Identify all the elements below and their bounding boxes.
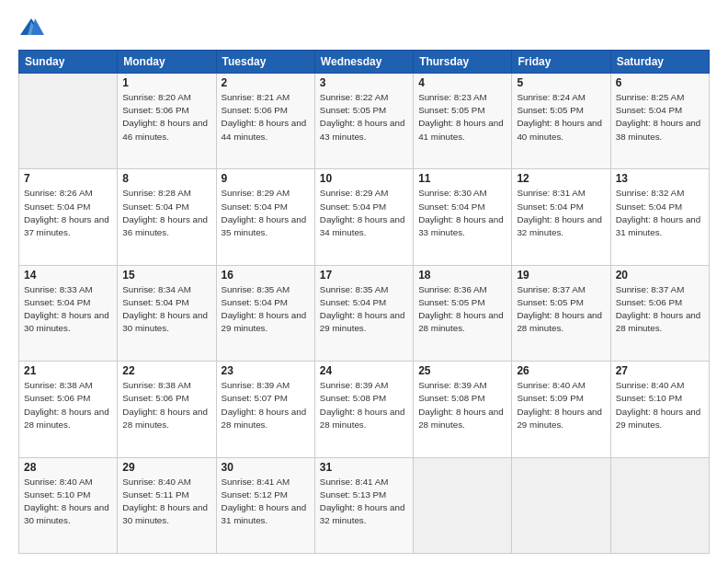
day-info: Sunrise: 8:35 AM Sunset: 5:04 PM Dayligh… bbox=[222, 283, 310, 336]
day-cell: 6Sunrise: 8:25 AM Sunset: 5:04 PM Daylig… bbox=[610, 74, 709, 169]
week-row-2: 14Sunrise: 8:33 AM Sunset: 5:04 PM Dayli… bbox=[19, 265, 710, 361]
svg-marker-2 bbox=[31, 18, 44, 35]
day-number: 2 bbox=[222, 76, 310, 89]
day-cell bbox=[512, 457, 610, 553]
day-info: Sunrise: 8:38 AM Sunset: 5:06 PM Dayligh… bbox=[24, 379, 112, 431]
day-cell: 8Sunrise: 8:28 AM Sunset: 5:04 PM Daylig… bbox=[118, 169, 216, 265]
day-number: 6 bbox=[616, 76, 704, 89]
calendar-table: SundayMondayTuesdayWednesdayThursdayFrid… bbox=[18, 50, 710, 554]
day-number: 21 bbox=[24, 364, 112, 377]
day-number: 22 bbox=[122, 364, 210, 377]
day-cell: 28Sunrise: 8:40 AM Sunset: 5:10 PM Dayli… bbox=[19, 457, 118, 553]
day-info: Sunrise: 8:39 AM Sunset: 5:08 PM Dayligh… bbox=[320, 379, 408, 431]
header-day-thursday: Thursday bbox=[414, 51, 512, 74]
header bbox=[18, 15, 710, 40]
day-cell: 22Sunrise: 8:38 AM Sunset: 5:06 PM Dayli… bbox=[118, 362, 216, 457]
page: SundayMondayTuesdayWednesdayThursdayFrid… bbox=[0, 0, 728, 563]
day-cell bbox=[19, 74, 118, 169]
day-cell: 1Sunrise: 8:20 AM Sunset: 5:06 PM Daylig… bbox=[118, 74, 216, 169]
day-cell bbox=[610, 457, 709, 553]
day-number: 14 bbox=[24, 269, 112, 282]
day-cell: 11Sunrise: 8:30 AM Sunset: 5:04 PM Dayli… bbox=[414, 169, 512, 265]
day-number: 30 bbox=[222, 461, 310, 474]
day-number: 18 bbox=[418, 269, 506, 282]
day-number: 20 bbox=[616, 269, 704, 282]
day-info: Sunrise: 8:29 AM Sunset: 5:04 PM Dayligh… bbox=[320, 187, 408, 239]
day-number: 16 bbox=[222, 269, 310, 282]
day-info: Sunrise: 8:40 AM Sunset: 5:11 PM Dayligh… bbox=[122, 476, 210, 528]
day-cell: 25Sunrise: 8:39 AM Sunset: 5:08 PM Dayli… bbox=[414, 362, 512, 457]
day-number: 13 bbox=[616, 172, 704, 185]
day-info: Sunrise: 8:22 AM Sunset: 5:05 PM Dayligh… bbox=[320, 91, 408, 144]
day-cell: 12Sunrise: 8:31 AM Sunset: 5:04 PM Dayli… bbox=[512, 169, 610, 265]
logo-icon bbox=[18, 15, 44, 40]
day-number: 7 bbox=[24, 172, 112, 185]
week-row-1: 7Sunrise: 8:26 AM Sunset: 5:04 PM Daylig… bbox=[19, 169, 710, 265]
day-cell: 30Sunrise: 8:41 AM Sunset: 5:12 PM Dayli… bbox=[216, 457, 314, 553]
day-cell: 15Sunrise: 8:34 AM Sunset: 5:04 PM Dayli… bbox=[118, 265, 216, 361]
day-info: Sunrise: 8:38 AM Sunset: 5:06 PM Dayligh… bbox=[122, 379, 210, 431]
day-info: Sunrise: 8:25 AM Sunset: 5:04 PM Dayligh… bbox=[616, 91, 704, 144]
day-cell: 20Sunrise: 8:37 AM Sunset: 5:06 PM Dayli… bbox=[610, 265, 709, 361]
day-cell: 2Sunrise: 8:21 AM Sunset: 5:06 PM Daylig… bbox=[216, 74, 314, 169]
header-day-tuesday: Tuesday bbox=[216, 51, 314, 74]
day-number: 8 bbox=[122, 172, 210, 185]
header-day-friday: Friday bbox=[512, 51, 610, 74]
day-cell: 29Sunrise: 8:40 AM Sunset: 5:11 PM Dayli… bbox=[118, 457, 216, 553]
day-cell: 4Sunrise: 8:23 AM Sunset: 5:05 PM Daylig… bbox=[414, 74, 512, 169]
calendar-header: SundayMondayTuesdayWednesdayThursdayFrid… bbox=[19, 51, 710, 74]
day-info: Sunrise: 8:34 AM Sunset: 5:04 PM Dayligh… bbox=[122, 283, 210, 336]
day-cell: 9Sunrise: 8:29 AM Sunset: 5:04 PM Daylig… bbox=[216, 169, 314, 265]
day-cell: 24Sunrise: 8:39 AM Sunset: 5:08 PM Dayli… bbox=[314, 362, 413, 457]
day-info: Sunrise: 8:28 AM Sunset: 5:04 PM Dayligh… bbox=[122, 187, 210, 239]
day-cell: 18Sunrise: 8:36 AM Sunset: 5:05 PM Dayli… bbox=[414, 265, 512, 361]
day-number: 28 bbox=[24, 461, 112, 474]
day-number: 26 bbox=[517, 364, 605, 377]
calendar-body: 1Sunrise: 8:20 AM Sunset: 5:06 PM Daylig… bbox=[19, 74, 710, 554]
day-info: Sunrise: 8:37 AM Sunset: 5:06 PM Dayligh… bbox=[616, 283, 704, 336]
day-number: 10 bbox=[320, 172, 408, 185]
day-number: 11 bbox=[418, 172, 506, 185]
day-cell: 10Sunrise: 8:29 AM Sunset: 5:04 PM Dayli… bbox=[314, 169, 413, 265]
week-row-0: 1Sunrise: 8:20 AM Sunset: 5:06 PM Daylig… bbox=[19, 74, 710, 169]
day-cell: 14Sunrise: 8:33 AM Sunset: 5:04 PM Dayli… bbox=[19, 265, 118, 361]
day-cell: 16Sunrise: 8:35 AM Sunset: 5:04 PM Dayli… bbox=[216, 265, 314, 361]
day-info: Sunrise: 8:23 AM Sunset: 5:05 PM Dayligh… bbox=[418, 91, 506, 144]
day-info: Sunrise: 8:33 AM Sunset: 5:04 PM Dayligh… bbox=[24, 283, 112, 336]
day-info: Sunrise: 8:29 AM Sunset: 5:04 PM Dayligh… bbox=[222, 187, 310, 239]
day-number: 25 bbox=[418, 364, 506, 377]
day-info: Sunrise: 8:26 AM Sunset: 5:04 PM Dayligh… bbox=[24, 187, 112, 239]
day-info: Sunrise: 8:24 AM Sunset: 5:05 PM Dayligh… bbox=[517, 91, 605, 144]
day-number: 1 bbox=[122, 76, 210, 89]
day-info: Sunrise: 8:32 AM Sunset: 5:04 PM Dayligh… bbox=[616, 187, 704, 239]
day-cell: 26Sunrise: 8:40 AM Sunset: 5:09 PM Dayli… bbox=[512, 362, 610, 457]
day-info: Sunrise: 8:39 AM Sunset: 5:07 PM Dayligh… bbox=[222, 379, 310, 431]
day-number: 15 bbox=[122, 269, 210, 282]
day-number: 29 bbox=[122, 461, 210, 474]
day-number: 27 bbox=[616, 364, 704, 377]
day-info: Sunrise: 8:31 AM Sunset: 5:04 PM Dayligh… bbox=[517, 187, 605, 239]
logo bbox=[18, 15, 48, 40]
day-cell: 21Sunrise: 8:38 AM Sunset: 5:06 PM Dayli… bbox=[19, 362, 118, 457]
day-number: 12 bbox=[517, 172, 605, 185]
day-cell: 31Sunrise: 8:41 AM Sunset: 5:13 PM Dayli… bbox=[314, 457, 413, 553]
header-day-wednesday: Wednesday bbox=[314, 51, 413, 74]
day-info: Sunrise: 8:37 AM Sunset: 5:05 PM Dayligh… bbox=[517, 283, 605, 336]
day-cell: 7Sunrise: 8:26 AM Sunset: 5:04 PM Daylig… bbox=[19, 169, 118, 265]
day-info: Sunrise: 8:21 AM Sunset: 5:06 PM Dayligh… bbox=[222, 91, 310, 144]
day-cell: 27Sunrise: 8:40 AM Sunset: 5:10 PM Dayli… bbox=[610, 362, 709, 457]
day-cell: 17Sunrise: 8:35 AM Sunset: 5:04 PM Dayli… bbox=[314, 265, 413, 361]
day-number: 24 bbox=[320, 364, 408, 377]
day-info: Sunrise: 8:35 AM Sunset: 5:04 PM Dayligh… bbox=[320, 283, 408, 336]
day-cell: 13Sunrise: 8:32 AM Sunset: 5:04 PM Dayli… bbox=[610, 169, 709, 265]
day-cell: 5Sunrise: 8:24 AM Sunset: 5:05 PM Daylig… bbox=[512, 74, 610, 169]
day-info: Sunrise: 8:41 AM Sunset: 5:12 PM Dayligh… bbox=[222, 476, 310, 528]
day-info: Sunrise: 8:30 AM Sunset: 5:04 PM Dayligh… bbox=[418, 187, 506, 239]
day-number: 31 bbox=[320, 461, 408, 474]
day-info: Sunrise: 8:40 AM Sunset: 5:09 PM Dayligh… bbox=[517, 379, 605, 431]
day-number: 3 bbox=[320, 76, 408, 89]
day-number: 23 bbox=[222, 364, 310, 377]
header-row: SundayMondayTuesdayWednesdayThursdayFrid… bbox=[19, 51, 710, 74]
day-number: 17 bbox=[320, 269, 408, 282]
day-number: 19 bbox=[517, 269, 605, 282]
